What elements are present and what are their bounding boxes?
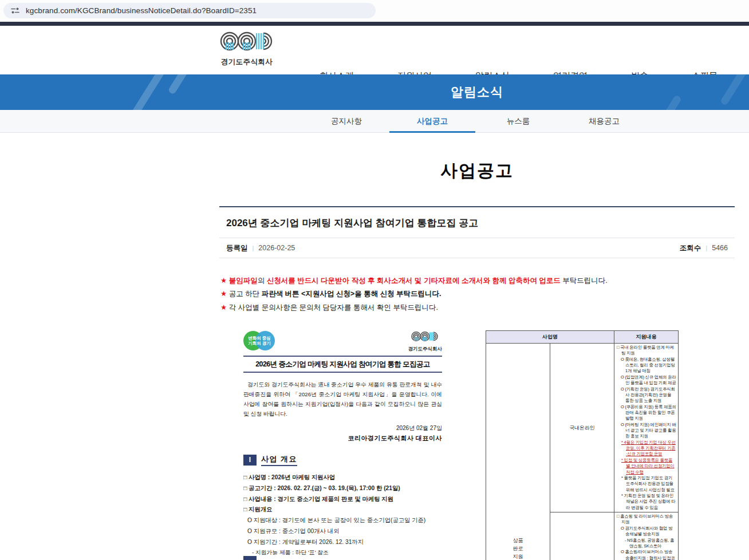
- doc-item-8: O 지원분야 : 「V.유의사항」 참조: [247, 558, 442, 560]
- doc-item-2: □ 사업내용 : 경기도 중소기업 제품의 판로 및 마케팅 지원: [243, 494, 442, 505]
- views-label: 조회수: [680, 243, 701, 253]
- note-segment: 신청서를 반드시 다운받아 작성 후 회사소개서 및 기타자료에 소개서와 함께…: [267, 277, 561, 285]
- content-line: O 경기도주식회사와 협업 방송채널별 방송지원: [621, 526, 676, 538]
- content-line: O (쿠폰비용 지원) 등록 제품의 판매 촉진을 위한 할인 쿠폰 발행 지원: [621, 404, 676, 422]
- doc-item-6: O 지원기간 : 계약일로부터 2026. 12. 31까지: [247, 537, 442, 548]
- doc-signer: 코리아경기도주식회사 대표이사: [243, 434, 442, 443]
- support-row: 상품판로지원국내온라인□ 국내 온라인 플랫폼 연계 마케팅 지원O 롯데온, …: [486, 344, 679, 512]
- content-line: O (마케팅 지원) 메인페이지 배너 광고 및 기타 광고를 활용한 홍보 지…: [621, 422, 676, 440]
- tab-2[interactable]: 뉴스룸: [475, 110, 561, 133]
- content-line: * 플랫폼 기입점 기업도 경기도주식회사 전용관 입점을 위해 반드시 사업신…: [621, 475, 676, 493]
- note-segment: 붙임파일: [229, 277, 258, 285]
- note-segment: ★: [220, 303, 229, 311]
- note-segment: 파란색 버튼 <지원사업 신청>을 통해 신청 부탁드립니다.: [262, 290, 441, 298]
- note-segment: ★: [220, 290, 229, 298]
- program-name: 국내미디어: [550, 512, 614, 560]
- page-banner: 알림소식: [0, 74, 749, 110]
- banner-title: 알림소식: [219, 74, 735, 110]
- program-content: □ 홈쇼핑 및 라이브커머스 방송 지원O 경기도주식회사와 협업 방송채널별 …: [614, 512, 679, 560]
- doc-paragraph: 경기도와 경기도주식회사는 道내 중소기업 우수 제품의 유통 판로개척 및 내…: [243, 380, 442, 419]
- tab-list: 공지사항사업공고뉴스룸채용공고: [303, 110, 647, 133]
- doc-company-logo: 경기도주식회사: [408, 330, 443, 353]
- site-header: 경기도주식회사 회사소개지원사업알림소식열린경영방송쇼핑몰: [0, 26, 749, 74]
- window-top-border: [0, 22, 749, 26]
- section-number-badge: I: [243, 455, 257, 466]
- support-table-body: 상품판로지원국내온라인□ 국내 온라인 플랫폼 연계 마케팅 지원O 롯데온, …: [486, 344, 679, 560]
- section-title: 사업 개요: [261, 454, 297, 466]
- doc-item-7: - 지원가능 제품 : 하단 '표' 참조: [252, 547, 442, 558]
- reg-date-label: 등록일: [226, 243, 248, 253]
- banner-stripe: [121, 74, 173, 110]
- content-line: * 4월은 기입점 기업 대상 우선 운영, 이후 기획전부터 기존·신규 기업…: [621, 440, 676, 458]
- content-line: O (기획전 운영) 경기도주식회사 전용관(기획전) 운영을 통한 상품 노출…: [621, 387, 676, 404]
- reg-date-value: 2026-02-25: [258, 244, 295, 252]
- meta-divider: |: [705, 244, 707, 251]
- content-line: - NS홈쇼핑, 공영홈쇼핑, 홈앤쇼핑, SK스토아: [625, 538, 676, 550]
- tab-1[interactable]: 사업공고: [389, 110, 475, 133]
- note-segment: 의: [258, 277, 267, 285]
- note-segment: 각 사업별 문의사항은 문의처 담당자를 통해서 확인 부탁드립니다.: [229, 303, 438, 311]
- doc-date: 2026년 02월 27일: [243, 424, 442, 432]
- content-line: * 입점 및 상품등록은 플랫폼별 안내에 따라 선정기업이 직접 수행: [621, 458, 676, 475]
- content-line: * 기획전 운영 일정 및 온라인 채널은 사업 추진 상황에 따라 변경될 수…: [621, 493, 676, 511]
- doc-title: 2026년 중소기업 마케팅 지원사업 참여기업 통합 모집공고: [243, 357, 442, 372]
- notice-line-0: ★ 붙임파일의 신청서를 반드시 다운받아 작성 후 회사소개서 및 기타자료에…: [220, 276, 736, 285]
- ggd-logo-icon-small: [411, 330, 439, 344]
- banner-stripe: [167, 74, 204, 95]
- ggd-logo-icon: [220, 30, 274, 54]
- program-name: 국내온라인: [550, 344, 614, 512]
- doc-item-0: □ 사업명 : 2026년 마케팅 지원사업: [243, 472, 442, 483]
- content-line: □ 홈쇼핑 및 라이브커머스 방송 지원: [617, 514, 676, 526]
- announcement-document: 변화의 중심 기회의 경기 경기도주식회사 2026년 중소기업 마케팅 지원사: [243, 330, 442, 560]
- notice-title: 2026년 중소기업 마케팅 지원사업 참여기업 통합모집 공고: [219, 206, 735, 238]
- content-line: O (입점연계) 신규 업체의 온라인 플랫폼 내 입점 기회 제공: [621, 374, 676, 387]
- site-logo[interactable]: 경기도주식회사: [219, 30, 274, 67]
- program-content: □ 국내 온라인 플랫폼 연계 마케팅 지원O 롯데온, 현대홈쇼핑, 삼성웰스…: [614, 344, 679, 512]
- notice-line-1: ★ 공고 하단 파란색 버튼 <지원사업 신청>을 통해 신청 부탁드립니다.: [220, 289, 736, 298]
- note-segment: ★: [220, 277, 229, 285]
- site-logo-text: 경기도주식회사: [219, 57, 274, 67]
- doc-overview-list: □ 사업명 : 2026년 마케팅 지원사업□ 공고기간 : 2026. 02.…: [243, 472, 442, 560]
- notice-meta: 등록일 | 2026-02-25 조회수 | 5466: [219, 238, 735, 258]
- tab-0[interactable]: 공지사항: [303, 110, 389, 133]
- sub-nav: 공지사항사업공고뉴스룸채용공고: [0, 110, 749, 133]
- doc-item-5: O 지원규모 : 중소기업 00개사 내외: [247, 526, 442, 537]
- doc-divider: [243, 372, 442, 373]
- views-value: 5466: [712, 244, 728, 252]
- url-text[interactable]: kgcbrand.com/KGCBrand/businessNoticeDeta…: [26, 6, 257, 15]
- browser-chrome: kgcbrand.com/KGCBrand/businessNoticeDeta…: [0, 0, 749, 22]
- tab-3[interactable]: 채용공고: [561, 110, 647, 133]
- col-header-content: 지원내용: [614, 331, 679, 344]
- doc-item-1: □ 공고기간 : 2026. 02. 27.(금) ~ 03. 19.(목), …: [243, 483, 442, 494]
- content-line: O 홈쇼핑/라이브커머스 방송 송출비지원 : 협력사 입점코드를 활용한 입점…: [621, 549, 676, 560]
- address-bar[interactable]: kgcbrand.com/KGCBrand/businessNoticeDeta…: [3, 3, 376, 18]
- notice-header: 2026년 중소기업 마케팅 지원사업 참여기업 통합모집 공고 등록일 | 2…: [219, 206, 735, 258]
- note-segment: 공고 하단: [229, 290, 262, 298]
- site-info-icon[interactable]: [10, 6, 20, 15]
- page-title: 사업공고: [219, 159, 735, 183]
- support-program-table: 사업명 지원내용 상품판로지원국내온라인□ 국내 온라인 플랫폼 연계 마케팅 …: [486, 330, 680, 560]
- notice-line-2: ★ 각 사업별 문의사항은 문의처 담당자를 통해서 확인 부탁드립니다.: [220, 303, 736, 312]
- group-label-0: 상품판로지원: [486, 344, 550, 560]
- doc-section-heading: I 사업 개요: [243, 454, 442, 466]
- content-line: O 롯데온, 현대홈쇼핑, 삼성웰스토리, 컬리 중 선정기업당 1개 채널 매…: [621, 357, 676, 374]
- doc-item-3: □ 지원개요: [243, 504, 442, 515]
- next-section-badge: [243, 556, 257, 560]
- note-segment: 부탁드립니다.: [561, 277, 608, 285]
- meta-divider: |: [253, 244, 254, 251]
- gyeonggi-slogan-logo: 변화의 중심 기회의 경기: [243, 330, 279, 352]
- col-header-business: 사업명: [486, 331, 614, 344]
- content-line: □ 국내 온라인 플랫폼 연계 마케팅 지원: [617, 345, 676, 357]
- doc-item-4: O 지원대상 : 경기도에 본사 또는 공장이 있는 중소기업(공고일 기준): [247, 515, 442, 526]
- notice-alerts: ★ 붙임파일의 신청서를 반드시 다운받아 작성 후 회사소개서 및 기타자료에…: [220, 276, 736, 316]
